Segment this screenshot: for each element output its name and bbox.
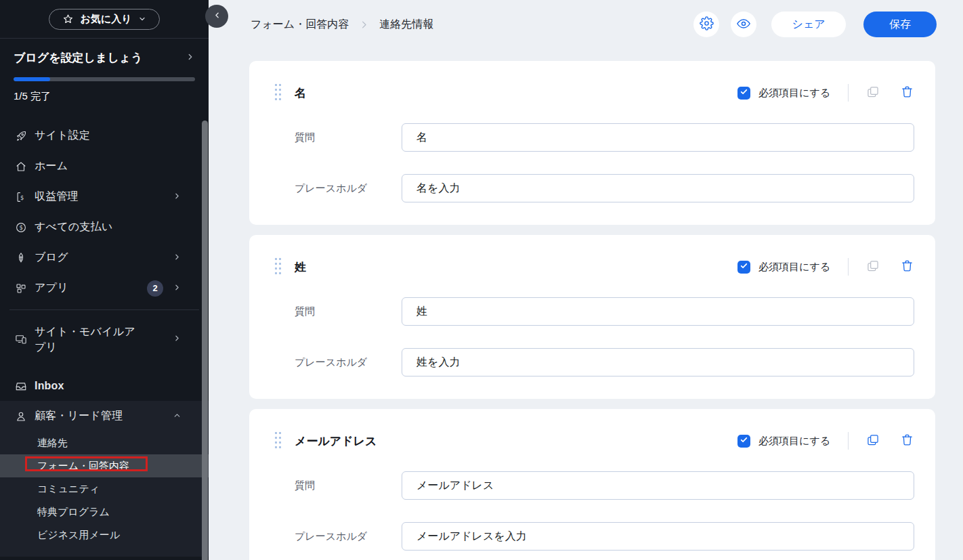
placeholder-label: プレースホルダ	[295, 182, 402, 195]
sidebar-item-apps[interactable]: アプリ 2	[0, 273, 209, 303]
drag-handle-icon[interactable]	[274, 431, 282, 450]
sidebar-item-label: サイト設定	[35, 129, 90, 143]
setup-checklist-link[interactable]: ブログを設定しましょう	[14, 50, 195, 66]
question-input[interactable]	[402, 297, 914, 326]
circle-dollar-icon: $	[15, 221, 27, 234]
sidebar-subitem-community[interactable]: コミュニティ	[0, 477, 209, 500]
field-title: メールアドレス	[295, 433, 377, 449]
divider	[848, 84, 849, 102]
check-icon	[740, 261, 748, 272]
settings-button[interactable]	[693, 12, 719, 37]
copy-icon	[866, 85, 880, 101]
favorites-button[interactable]: お気に入り	[49, 9, 159, 30]
sidebar-item-label: 収益管理	[35, 190, 79, 204]
preview-button[interactable]	[731, 12, 756, 37]
question-label: 質問	[295, 131, 402, 144]
sidebar-subitem-business-email[interactable]: ビジネス用メール	[0, 523, 209, 546]
sidebar-item-label: ホーム	[35, 159, 68, 173]
sidebar-subitem-label: 特典プログラム	[37, 506, 110, 519]
chevron-right-icon	[173, 252, 181, 264]
divider	[848, 432, 849, 450]
sidebar-item-label: サイト・モバイルアプリ	[35, 324, 146, 355]
chevron-right-icon	[173, 191, 181, 203]
form-fields-list: 名 必須項目にする	[209, 49, 963, 560]
sidebar-item-label: アプリ	[35, 281, 68, 295]
placeholder-label: プレースホルダ	[295, 530, 402, 543]
save-button[interactable]: 保存	[863, 12, 937, 37]
chevron-right-icon	[173, 333, 181, 345]
sidebar-scrollbar-thumb[interactable]	[202, 121, 208, 560]
sidebar-subitem-forms-submissions[interactable]: フォーム・回答内容	[0, 454, 209, 477]
sidebar-subitem-loyalty-program[interactable]: 特典プログラム	[0, 500, 209, 523]
sidebar-item-label: Inbox	[35, 380, 64, 392]
form-field-card-first-name: 名 必須項目にする	[249, 61, 935, 225]
field-tools: 必須項目にする	[737, 258, 914, 276]
chevron-up-icon	[173, 410, 181, 423]
svg-text:$: $	[20, 194, 24, 200]
share-button[interactable]: シェア	[771, 12, 846, 37]
apps-grid-icon	[15, 282, 27, 295]
chevron-left-icon	[213, 11, 221, 22]
drag-handle-icon[interactable]	[274, 83, 282, 102]
sidebar-subitem-label: ビジネス用メール	[37, 529, 120, 542]
sidebar-collapse-button[interactable]	[205, 5, 228, 28]
sidebar-subitem-contacts[interactable]: 連絡先	[0, 431, 209, 454]
copy-icon	[866, 433, 880, 449]
delete-button[interactable]	[899, 259, 914, 274]
breadcrumb-current: 連絡先情報	[379, 18, 433, 32]
sidebar-item-home[interactable]: ホーム	[0, 151, 209, 181]
required-checkbox[interactable]	[737, 261, 750, 274]
question-label: 質問	[295, 479, 402, 492]
field-title: 名	[295, 85, 306, 101]
field-title: 姓	[295, 259, 306, 275]
breadcrumb-parent[interactable]: フォーム・回答内容	[251, 18, 349, 32]
field-tools: 必須項目にする	[737, 432, 914, 450]
delete-button[interactable]	[899, 433, 914, 448]
sidebar-item-inbox[interactable]: Inbox	[0, 370, 209, 401]
sidebar-subitem-label: 連絡先	[37, 437, 68, 450]
question-input[interactable]	[402, 123, 914, 152]
delete-button[interactable]	[899, 85, 914, 100]
favorites-label: お気に入り	[80, 13, 131, 26]
form-field-card-last-name: 姓 必須項目にする	[249, 235, 935, 399]
setup-progress-fill	[14, 77, 50, 81]
placeholder-label: プレースホルダ	[295, 356, 402, 369]
setup-checklist: ブログを設定しましょう 1/5 完了	[0, 39, 209, 103]
home-icon	[15, 160, 27, 173]
required-checkbox[interactable]	[737, 87, 750, 100]
sidebar-item-label: ブログ	[35, 251, 68, 265]
placeholder-input[interactable]	[402, 522, 914, 551]
placeholder-input[interactable]	[402, 348, 914, 376]
sidebar-item-blog[interactable]: ブログ	[0, 242, 209, 273]
sidebar-item-site-settings[interactable]: サイト設定	[0, 121, 209, 151]
sidebar-item-revenue[interactable]: $ 収益管理	[0, 181, 209, 212]
sidebar-item-crm[interactable]: 顧客・リード管理	[0, 401, 209, 431]
question-input[interactable]	[402, 471, 914, 500]
drag-handle-icon[interactable]	[274, 257, 282, 276]
required-label: 必須項目にする	[758, 261, 830, 274]
sidebar-item-site-mobile-app[interactable]: サイト・モバイルアプリ	[0, 316, 209, 362]
pen-nib-icon	[15, 252, 27, 264]
duplicate-button[interactable]	[865, 433, 880, 448]
chevron-down-icon	[138, 15, 146, 23]
placeholder-input[interactable]	[402, 174, 914, 202]
apps-count-badge: 2	[147, 280, 163, 297]
required-checkbox[interactable]	[737, 435, 750, 448]
sidebar-item-label: すべての支払い	[35, 220, 112, 234]
copy-icon	[866, 259, 880, 275]
sidebar-subitem-label: コミュニティ	[37, 483, 100, 496]
header-actions: シェア 保存	[693, 12, 937, 37]
trash-icon	[901, 85, 914, 100]
eye-icon	[736, 16, 751, 33]
person-icon	[15, 410, 27, 423]
divider	[848, 258, 849, 276]
sidebar-top-bar: お気に入り	[0, 0, 209, 39]
star-icon	[62, 14, 74, 25]
inbox-icon	[15, 380, 27, 392]
duplicate-button[interactable]	[865, 259, 880, 274]
gear-icon	[700, 16, 714, 33]
chevron-right-icon	[173, 282, 181, 295]
duplicate-button[interactable]	[865, 85, 880, 100]
check-icon	[740, 87, 748, 98]
sidebar-item-payments[interactable]: $ すべての支払い	[0, 212, 209, 242]
